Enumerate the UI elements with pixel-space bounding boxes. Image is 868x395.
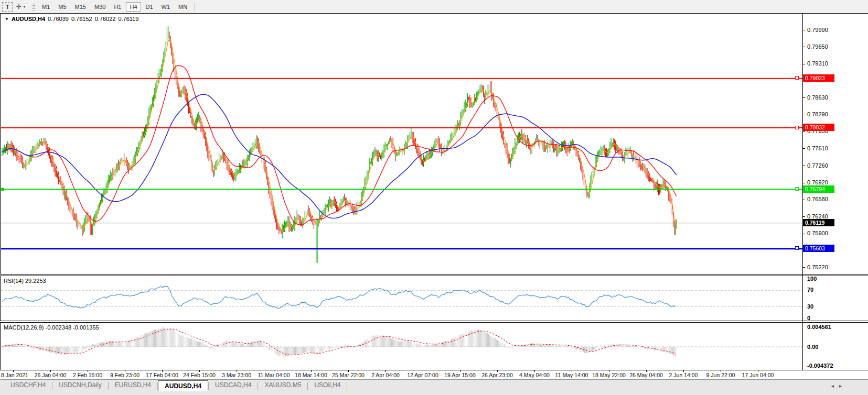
price-chart-plot[interactable] [1, 14, 802, 274]
date-label: 9 Jun 22:00 [706, 372, 735, 378]
tab-scroll-left-button[interactable]: ◂ [831, 383, 834, 389]
date-label: 2 Apr 04:00 [371, 372, 400, 378]
date-label: 26 Apr 23:00 [481, 372, 513, 378]
timeframe-m1-button[interactable]: M1 [38, 2, 53, 12]
tab-scroll-right-button[interactable]: ▸ [839, 383, 842, 389]
current-price-tag: 0.76119 [803, 219, 834, 226]
date-label: 11 Mar 04:00 [258, 372, 290, 378]
timeframe-h4-button[interactable]: H4 [126, 2, 141, 12]
rsi-tick-label: 30 [807, 303, 813, 310]
tab-usdcad[interactable]: USDCAD,H4 [209, 380, 258, 391]
timeframe-d1-button[interactable]: D1 [142, 2, 157, 12]
price-tick-label: 0.78290 [807, 111, 828, 118]
macd-tick-label: -0.004372 [807, 363, 833, 369]
toolbar-grip-handle[interactable] [33, 3, 35, 11]
timeframe-mn-button[interactable]: MN [175, 2, 191, 12]
main-chart-panel: ▼ AUDUSD,H4 0.76039 0.76152 0.76022 0.76… [0, 13, 868, 275]
symbol-label: AUDUSD,H4 [12, 16, 45, 22]
text-tool-button[interactable]: T [2, 2, 13, 12]
toolbar-separator [194, 3, 195, 11]
price-tick-label: 0.79990 [807, 27, 828, 34]
rsi-plot[interactable] [1, 276, 802, 321]
date-label: 9 Feb 23:00 [110, 372, 140, 378]
timeframe-w1-button[interactable]: W1 [158, 2, 174, 12]
hline-price-tag: 0.75603 [803, 245, 834, 252]
tab-eurusd[interactable]: EURUSD,H4 [109, 380, 157, 391]
price-tick-mark [803, 115, 805, 115]
price-tick-label: 0.75220 [807, 264, 828, 271]
rsi-tick-label: 70 [807, 287, 813, 293]
macd-plot[interactable] [1, 323, 802, 370]
tab-xauusd[interactable]: XAUUSD,M5 [258, 380, 307, 391]
date-label: 4 May 04:00 [519, 372, 550, 378]
price-tick-label: 0.77610 [807, 145, 828, 152]
close-value: 0.76119 [118, 16, 138, 22]
price-tick-label: 0.75900 [807, 230, 828, 237]
macd-tick-label: 0.00 [807, 344, 818, 350]
cursor-tool-button[interactable]: ✛ ▼ [14, 2, 29, 12]
price-tick-label: 0.79650 [807, 43, 828, 50]
hline-handle[interactable] [795, 126, 799, 129]
date-label: 18 Jan 2021 [0, 372, 28, 378]
date-label: 25 Mar 22:00 [332, 372, 365, 378]
date-label: 2 Jun 14:00 [669, 372, 698, 378]
date-label: 12 Apr 07:00 [407, 372, 438, 378]
cursor-tool-icon: ✛ [16, 4, 22, 10]
timeframe-m15-button[interactable]: M15 [71, 2, 90, 12]
chevron-down-icon: ▼ [23, 5, 26, 8]
low-value: 0.76022 [95, 16, 116, 22]
hline-price-tag: 0.78032 [803, 124, 834, 131]
date-label: 19 Apr 15:00 [444, 372, 476, 378]
price-tick-mark [803, 30, 805, 30]
chart-symbol-header: ▼ AUDUSD,H4 0.76039 0.76152 0.76022 0.76… [5, 16, 138, 22]
price-tick-mark [803, 200, 805, 200]
date-label: 18 May 22:00 [592, 372, 626, 378]
date-label: 11 May 14:00 [555, 372, 588, 378]
price-tick-mark [803, 216, 805, 217]
price-tick-mark [803, 97, 805, 98]
tab-scroll-nav: ◂ ▸ [831, 383, 842, 389]
price-tick-label: 0.79310 [807, 60, 828, 67]
price-tick-mark [803, 267, 805, 268]
price-tick-mark [803, 183, 805, 183]
tab-usdchf[interactable]: USDCHF,H4 [4, 380, 52, 391]
macd-tick-label: 0.004561 [807, 324, 831, 331]
date-label: 24 Feb 15:00 [183, 372, 216, 378]
timeframe-h1-button[interactable]: H1 [110, 2, 125, 12]
rsi-indicator-label: RSI(14) 29.2253 [4, 278, 46, 284]
hline-price-tag: 0.79023 [803, 74, 834, 82]
hline-handle[interactable] [795, 76, 799, 80]
date-label: 17 Jun 04:00 [742, 372, 774, 378]
tab-usdcnh[interactable]: USDCNH,Daily [52, 380, 108, 391]
top-toolbar: T ✛ ▼ M1M5M15M30H1H4D1W1MN [0, 0, 868, 13]
rsi-tick-label: 100 [807, 276, 817, 282]
macd-indicator-label: MACD(12,26,9) -0.002348 -0.001355 [4, 324, 99, 331]
price-tick-mark [803, 47, 805, 47]
price-tick-mark [803, 148, 805, 149]
rsi-panel: RSI(14) 29.2253 [0, 276, 868, 321]
timeframe-button-group: M1M5M15M30H1H4D1W1MN [38, 2, 191, 12]
date-label: 17 Feb 04:00 [146, 372, 178, 378]
price-tick-mark [803, 64, 805, 64]
macd-panel: MACD(12,26,9) -0.002348 -0.001355 [0, 322, 868, 370]
date-axis[interactable]: 18 Jan 202126 Jan 04:002 Feb 15:009 Feb … [0, 370, 868, 379]
timeframe-m5-button[interactable]: M5 [55, 2, 70, 12]
high-value: 0.76152 [71, 16, 92, 22]
timeframe-m30-button[interactable]: M30 [91, 2, 109, 12]
price-tick-mark [803, 131, 805, 132]
price-tick-mark [803, 166, 805, 166]
triangle-down-icon: ▼ [5, 17, 9, 21]
date-label: 18 Mar 14:00 [295, 372, 327, 378]
price-tick-label: 0.76580 [807, 196, 828, 203]
rsi-tick-label: 0 [807, 315, 810, 322]
date-label: 26 Jan 04:00 [35, 372, 67, 378]
date-label: 2 Feb 15:00 [73, 372, 102, 378]
chart-window: ▼ AUDUSD,H4 0.76039 0.76152 0.76022 0.76… [0, 13, 868, 395]
tab-separator [347, 382, 347, 390]
date-label: 3 Mar 23:00 [222, 372, 251, 378]
tab-usoil[interactable]: USOil,H4 [308, 380, 347, 391]
tab-audusd[interactable]: AUDUSD,H4 [158, 380, 208, 391]
hline-handle[interactable] [795, 187, 799, 191]
hline-handle[interactable] [795, 246, 799, 250]
price-tick-label: 0.77260 [807, 162, 828, 169]
